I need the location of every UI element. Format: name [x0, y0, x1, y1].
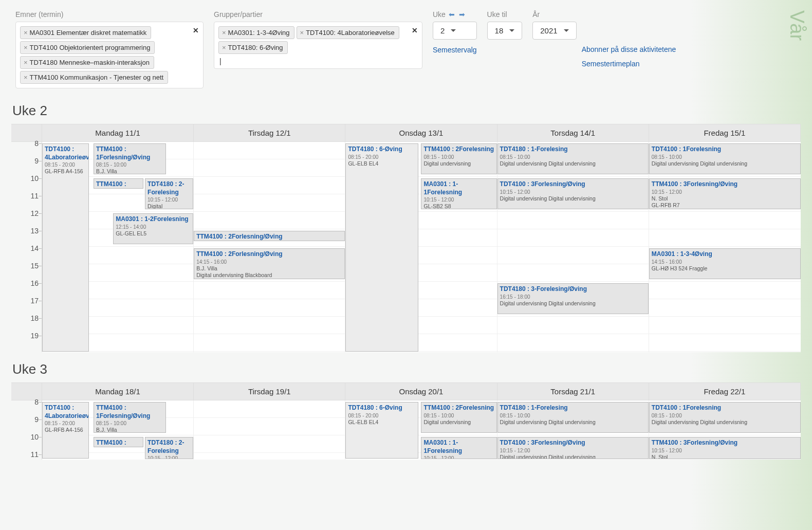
event-info: Digital undervisning Digital undervisnin… — [652, 160, 798, 168]
event-info: Digital undervisning Digital undervisnin… — [500, 160, 646, 168]
calendar-event[interactable]: TDT4100 : 4Laboratorieøvelse08:15 - 20:0… — [42, 402, 89, 459]
calendar-event[interactable]: TTM4100 : 3Forlesning/Øving10:15 - 12:00… — [649, 178, 801, 209]
uke-select[interactable]: 2 — [433, 22, 477, 40]
uke-next-arrow-icon[interactable]: ➡ — [459, 10, 465, 19]
text-cursor: | — [219, 57, 419, 65]
event-time: 08:15 - 10:00 — [96, 420, 163, 427]
event-title: TDT4100 : 1Forelesning — [652, 404, 798, 412]
calendar-event[interactable]: MA0301 : 1-1Forelesning10:15 - 12:00 — [421, 437, 496, 459]
calendar-event[interactable]: TTM4100 : 1Forlesning/Øving08:15 - 10:00… — [94, 402, 166, 433]
calendar-event[interactable]: TDT4100 : 1Forelesning08:15 - 10:00Digit… — [649, 143, 801, 174]
filter-tag[interactable]: ×MA0301: 1-3-4Øving — [218, 26, 294, 39]
time-label: 14 — [30, 244, 39, 252]
aar-select[interactable]: 2021 — [532, 22, 576, 40]
time-label: 8 — [34, 398, 39, 406]
day-header: Fredag 15/1 — [649, 124, 801, 142]
calendar-event[interactable]: TTM4100 : 1Forlesning/ — [94, 178, 143, 189]
filter-tag[interactable]: ×TDT4180: 6-Øving — [218, 41, 288, 54]
event-title: TDT4100 : 3Forlesning/Øving — [500, 439, 646, 447]
event-time: 08:15 - 20:00 — [348, 154, 415, 160]
uke-label: Uke ⬅ ➡ — [433, 10, 477, 19]
tag-remove-icon[interactable]: × — [222, 29, 226, 36]
time-label: 10 — [30, 433, 39, 441]
event-info: Digital undervisning Digital undervisnin… — [500, 419, 646, 426]
calendar-event[interactable]: TTM4100 : 3Forlesning/Øving10:15 - 12:00… — [649, 437, 801, 459]
event-info: B.J. Villa — [96, 168, 163, 174]
filter-tag[interactable]: ×TTM4100 Kommunikasjon - Tjenester og ne… — [20, 71, 168, 84]
tag-remove-icon[interactable]: × — [222, 44, 226, 51]
calendar-event[interactable]: TTM4100 : 2Forlesning/ØvingØving 1B — [194, 231, 345, 241]
calendar-event[interactable]: TDT4180 : 6-Øving08:15 - 20:00GL-ELB EL4 — [345, 143, 418, 352]
event-title: TDT4180 : 3-Forelesing/Øving — [500, 285, 646, 294]
tag-remove-icon[interactable]: × — [24, 59, 28, 66]
emner-filter-group: Emner (termin) ✕ ×MA0301 Elementær diskr… — [15, 10, 204, 88]
controls-row: Emner (termin) ✕ ×MA0301 Elementær diskr… — [0, 0, 812, 94]
day-header: Mandag 11/1 — [42, 124, 194, 142]
time-label: 10 — [30, 174, 39, 182]
calendar-event[interactable]: TDT4180 : 6-Øving08:15 - 20:00GL-ELB EL4 — [345, 402, 418, 459]
filter-tag[interactable]: ×MA0301 Elementær diskret matematikk — [20, 26, 151, 39]
event-time: 10:15 - 12:00 — [423, 455, 494, 459]
calendar-event[interactable]: TDT4100 : 3Forlesning/Øving10:15 - 12:00… — [497, 437, 649, 459]
event-title: TDT4100 : 1Forelesning — [652, 145, 798, 154]
calendar-event[interactable]: TDT4180 : 3-Forelesing/Øving16:15 - 18:0… — [497, 283, 649, 314]
event-title: TDT4180 : 1-Forelesing — [500, 145, 646, 154]
tag-remove-icon[interactable]: × — [24, 74, 28, 81]
event-info: GL-SB2 S8 — [423, 203, 494, 209]
calendar-event[interactable]: TTM4100 : 2Forelesning08:15 - 10:00Digit… — [421, 143, 496, 174]
event-title: TDT4180 : 6-Øving — [348, 404, 415, 412]
tag-remove-icon[interactable]: × — [24, 29, 28, 36]
calendar-event[interactable]: TDT4100 : 4Laboratorieøvelse08:15 - 20:0… — [42, 143, 89, 352]
calendar-event[interactable]: MA0301 : 1-1Forelesning10:15 - 12:00GL-S… — [421, 178, 496, 209]
grupper-filter-box[interactable]: ✕ ×MA0301: 1-3-4Øving×TDT4100: 4Laborato… — [214, 22, 422, 69]
day-column: TDT4180 : 6-Øving08:15 - 20:00GL-ELB EL4… — [345, 400, 497, 460]
event-time: 10:15 - 12:00 — [500, 189, 646, 195]
calendar-event[interactable]: TTM4100 : 2Forlesning/Øving14:15 - 16:00… — [194, 248, 345, 279]
event-time: 08:15 - 10:00 — [96, 161, 163, 168]
emner-filter-box[interactable]: ✕ ×MA0301 Elementær diskret matematikk×T… — [15, 22, 204, 88]
calendar-event[interactable]: MA0301 : 1-2Forelesning12:15 - 14:00GL-G… — [113, 213, 193, 244]
filter-tag[interactable]: ×TDT4180 Menneske–maskin-interaksjon — [20, 56, 154, 69]
event-info: Digital undervisning Digital undervisnin… — [652, 419, 798, 426]
semestertimeplan-link[interactable]: Semestertimeplan — [582, 60, 676, 68]
day-column: TDT4100 : 4Laboratorieøvelse08:15 - 20:0… — [42, 400, 194, 460]
event-time: 10:15 - 12:00 — [147, 196, 191, 203]
tag-remove-icon[interactable]: × — [24, 44, 28, 51]
grupper-clear-button[interactable]: ✕ — [412, 26, 418, 34]
event-title: TDT4180 : 6-Øving — [348, 145, 415, 154]
time-label: 15 — [30, 262, 39, 270]
filter-tag[interactable]: ×TDT4100 Objektorientert programmering — [20, 41, 155, 54]
uke-prev-arrow-icon[interactable]: ⬅ — [449, 10, 455, 19]
calendar-event[interactable]: TDT4180 : 2-Forelesing10:15 - 12:00 — [145, 437, 193, 459]
calendar-event[interactable]: TDT4100 : 3Forlesning/Øving10:15 - 12:00… — [497, 178, 649, 209]
calendar-event[interactable]: TDT4100 : 1Forelesning08:15 - 10:00Digit… — [649, 402, 801, 433]
emner-clear-button[interactable]: ✕ — [193, 26, 199, 34]
calendar-event[interactable]: TDT4180 : 1-Forelesing08:15 - 10:00Digit… — [497, 402, 649, 433]
caret-down-icon — [451, 29, 456, 32]
event-title: TTM4100 : 2Forelesning — [423, 404, 494, 412]
event-time: 08:15 - 20:00 — [45, 161, 86, 168]
tag-remove-icon[interactable]: × — [300, 29, 304, 36]
filter-tag[interactable]: ×TDT4100: 4Laboratorieøvelse — [297, 26, 399, 39]
semestervalg-link[interactable]: Semestervalg — [433, 46, 477, 54]
event-time: 08:15 - 20:00 — [348, 412, 415, 419]
calendar-event[interactable]: TTM4100 : 1Forlesning/Øving08:15 - 10:00… — [94, 143, 166, 174]
time-label: 16 — [30, 279, 39, 287]
calendar-event[interactable]: TTM4100 : 1Forlesning/ — [94, 437, 143, 447]
day-header: Fredag 22/1 — [649, 383, 801, 400]
time-label: 18 — [30, 314, 39, 322]
abonner-link[interactable]: Abonner på disse aktivitetene — [582, 45, 676, 53]
calendar-event[interactable]: TDT4180 : 1-Forelesing08:15 - 10:00Digit… — [497, 143, 649, 174]
event-time: 10:15 - 12:00 — [500, 447, 646, 454]
event-info: GL-ELB EL4 — [348, 160, 415, 168]
calendar-event[interactable]: MA0301 : 1-3-4Øving14:15 - 16:00GL-HØ H3… — [649, 248, 801, 279]
time-label: 9 — [34, 157, 39, 165]
calendar-event[interactable]: TDT4180 : 2-Forelesing10:15 - 12:00Digit… — [145, 178, 193, 209]
event-time: 10:15 - 12:00 — [652, 447, 798, 454]
uke-til-select[interactable]: 18 — [487, 22, 523, 40]
aar-value: 2021 — [540, 26, 557, 35]
time-label: 17 — [30, 297, 39, 305]
day-column — [194, 400, 345, 460]
calendar-event[interactable]: TTM4100 : 2Forelesning08:15 - 10:00Digit… — [421, 402, 496, 433]
event-info: Digital undervisning — [423, 419, 494, 426]
